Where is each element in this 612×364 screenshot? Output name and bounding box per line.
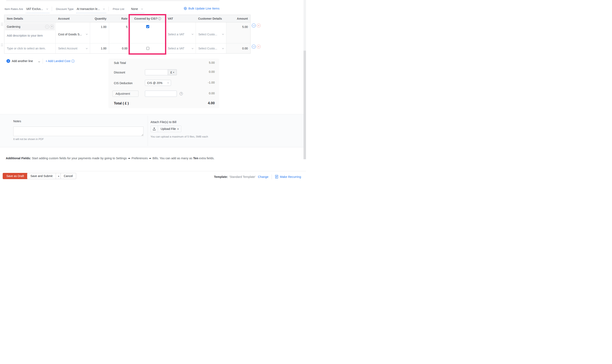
bulk-update-line-items-link[interactable]: Bulk Update Line Items — [184, 7, 219, 10]
gear-icon — [184, 7, 187, 10]
table-row-2-amount-cell: 0.00 — [226, 43, 250, 53]
notes-hint: It will not be shown in PDF — [13, 138, 44, 141]
adjustment-value: 0.00 — [209, 92, 215, 95]
table-row-2-vat-cell[interactable]: Select a VAT — [165, 43, 196, 53]
upload-file-label: Upload File — [161, 127, 176, 130]
item-clear-icon[interactable]: ✕ — [50, 25, 54, 29]
item-rates-label: Item Rates Are — [5, 7, 23, 11]
chevron-down-icon — [167, 82, 169, 83]
plus-circle-icon: + — [6, 59, 10, 63]
item-description-placeholder[interactable]: Add description to your item — [7, 34, 53, 37]
row-1-drag-handle[interactable] — [1, 23, 3, 26]
table-row-1-cis-cell — [130, 22, 165, 43]
currency-symbol: £ — [170, 71, 172, 74]
column-header-account: Account — [55, 15, 90, 22]
chevron-down-icon — [222, 47, 224, 49]
cis-deduction-value: -1.00 — [208, 81, 215, 84]
discount-type-dropdown[interactable]: At transaction le... — [77, 7, 105, 11]
upload-icon — [151, 126, 158, 132]
row-more-icon[interactable]: ⋯ — [252, 45, 256, 49]
adjustment-input[interactable] — [145, 91, 177, 97]
additional-fields-ten-bold: Ten — [193, 156, 198, 160]
chevron-down-icon — [192, 47, 193, 49]
discount-type-value: At transaction le... — [77, 7, 100, 11]
scrollbar-thumb[interactable] — [303, 51, 306, 159]
additional-fields-text: Start adding custom fields for your paym… — [31, 156, 128, 160]
make-recurring-label: Make Recurring — [280, 175, 301, 179]
add-another-line-button[interactable]: Add another line — [12, 59, 33, 63]
adjustment-field-button[interactable]: Adjustment — [112, 91, 138, 97]
table-row-2-account-cell[interactable]: Select Account — [55, 43, 90, 53]
notes-textarea[interactable] — [13, 127, 143, 136]
template-value: 'Standard Template' — [229, 175, 256, 179]
table-row-2-item-cell[interactable]: Type or click to select an item. — [4, 43, 55, 53]
divider — [148, 116, 148, 146]
table-row-1-vat-cell[interactable]: Select a VAT — [165, 22, 196, 43]
row-1-actions: ⋯ ✕ — [252, 24, 261, 27]
item-rates-dropdown[interactable]: VAT Exclus... — [26, 7, 48, 11]
bill-edit-page: Item Rates Are VAT Exclus... Discount Ty… — [0, 0, 306, 182]
cis-header-label: Covered by CIS? — [134, 17, 157, 20]
chevron-down-icon — [192, 33, 193, 35]
footer-divider — [0, 171, 306, 171]
total-label: Total ( £ ) — [114, 101, 129, 105]
table-row-2-cis-cell — [130, 43, 165, 53]
add-landed-cost-label: + Add Landed Cost — [46, 59, 70, 63]
cis-deduction-label: CIS Deduction — [114, 81, 133, 85]
table-row-2-quantity-cell[interactable]: 1.00 — [90, 43, 109, 53]
additional-fields-text: Bills. You can add as many as — [151, 156, 193, 160]
item-name-input[interactable]: Gardening ⋯ ✕ — [5, 23, 55, 30]
caret-down-icon: ▾ — [173, 71, 174, 73]
discount-currency-dropdown[interactable]: £ ▾ — [168, 69, 177, 75]
additional-fields-note: Additional Fields: Start adding custom f… — [6, 156, 215, 160]
discount-type-label: Discount Type — [56, 7, 73, 11]
table-row-1-rate-cell[interactable]: 5 — [109, 22, 130, 43]
table-row-1-account-cell[interactable]: Cost of Goods S... — [55, 22, 90, 43]
make-recurring-link[interactable]: Make Recurring — [275, 175, 301, 179]
help-icon[interactable]: ? — [179, 92, 183, 95]
add-line-row: + Add another line + Add Landed Cost i — [6, 58, 75, 64]
cis-deduction-dropdown[interactable]: CIS @ 20% — [145, 80, 171, 86]
row-2-actions: ⋯ ✕ — [252, 45, 261, 49]
chevron-down-icon — [38, 61, 40, 62]
table-row-2-rate-cell[interactable]: 0.00 — [109, 43, 130, 53]
bulk-update-label: Bulk Update Line Items — [188, 7, 219, 10]
upload-hint: You can upload a maximum of 5 files, 5MB… — [150, 135, 208, 138]
right-arrow-icon: ➡ — [149, 157, 151, 160]
cis-checkbox-checked[interactable] — [146, 25, 149, 28]
chevron-down-icon — [103, 8, 105, 9]
table-row-1-quantity-cell[interactable]: 1.00 — [90, 22, 109, 43]
row-delete-icon[interactable]: ✕ — [257, 24, 261, 27]
totals-summary-panel: Sub Total 5.00 Discount £ ▾ 0.00 CIS Ded… — [109, 59, 219, 108]
row-2-drag-handle[interactable] — [1, 43, 3, 46]
add-landed-cost-link[interactable]: + Add Landed Cost i — [46, 59, 75, 63]
customer-placeholder: Select Custo... — [198, 33, 217, 36]
cancel-button[interactable]: Cancel — [60, 173, 76, 179]
save-as-draft-button[interactable]: Save as Draft — [3, 173, 28, 179]
row-delete-icon[interactable]: ✕ — [257, 45, 261, 49]
column-header-rate: Rate — [109, 15, 130, 22]
item-name-value: Gardening — [7, 25, 20, 28]
column-header-quantity: Quantity — [90, 15, 109, 22]
table-row-2-customer-cell[interactable]: Select Custo... — [196, 43, 226, 53]
price-list-dropdown[interactable]: None — [131, 7, 143, 11]
column-header-vat: VAT — [165, 15, 196, 22]
account-placeholder: Select Account — [58, 47, 77, 50]
row-more-icon[interactable]: ⋯ — [252, 24, 256, 27]
add-line-dropdown-toggle[interactable] — [39, 59, 40, 63]
notes-label: Notes — [13, 119, 21, 123]
template-change-link[interactable]: Change — [258, 175, 269, 179]
divider — [109, 7, 109, 11]
info-icon[interactable]: i — [158, 17, 161, 20]
save-and-submit-label: Save and Submit — [27, 174, 56, 178]
upload-file-button[interactable]: Upload File ▾ — [150, 126, 181, 132]
item-rates-value: VAT Exclus... — [26, 7, 43, 11]
cis-checkbox-unchecked[interactable] — [146, 47, 149, 50]
item-more-icon[interactable]: ⋯ — [45, 25, 49, 29]
discount-input[interactable] — [145, 69, 168, 75]
column-header-amount: Amount — [226, 15, 250, 22]
table-row-1-customer-cell[interactable]: Select Custo... — [196, 22, 226, 43]
customer-placeholder: Select Custo... — [198, 47, 217, 50]
save-and-submit-button[interactable]: Save and Submit ▲ — [27, 173, 62, 179]
table-row-1-item-cell[interactable]: Gardening ⋯ ✕ Add description to your it… — [4, 22, 55, 43]
